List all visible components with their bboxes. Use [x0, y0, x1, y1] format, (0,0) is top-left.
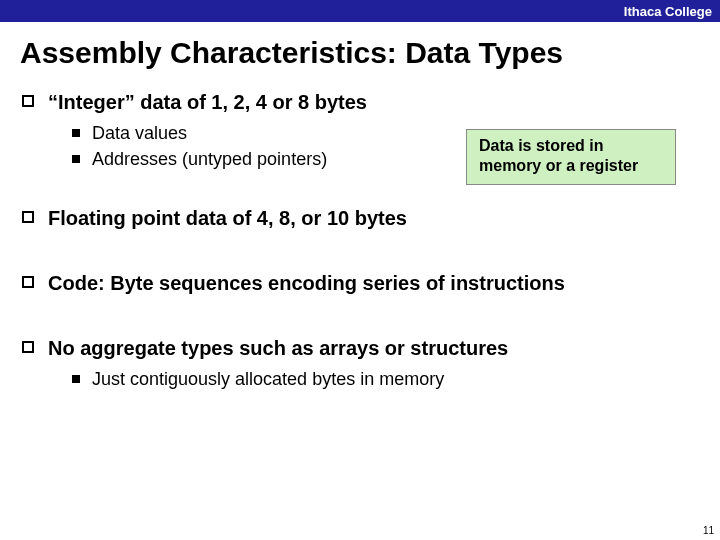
solid-square-icon [72, 155, 80, 163]
bullet-4-text: No aggregate types such as arrays or str… [48, 336, 508, 361]
bullet-1-sub-1-text: Data values [92, 121, 187, 145]
bullet-1: “Integer” data of 1, 2, 4 or 8 bytes [20, 90, 700, 115]
bullet-1-sub-wrap: Data values Addresses (untyped pointers)… [20, 121, 700, 172]
page-number: 11 [703, 525, 714, 536]
bullet-1-sub-2-text: Addresses (untyped pointers) [92, 147, 327, 171]
bullet-4-sublist: Just contiguously allocated bytes in mem… [72, 367, 700, 391]
hollow-square-icon [22, 341, 34, 353]
bullet-2-text: Floating point data of 4, 8, or 10 bytes [48, 206, 407, 231]
hollow-square-icon [22, 276, 34, 288]
solid-square-icon [72, 375, 80, 383]
slide-content: “Integer” data of 1, 2, 4 or 8 bytes Dat… [0, 90, 720, 391]
solid-square-icon [72, 129, 80, 137]
bullet-3: Code: Byte sequences encoding series of … [20, 271, 700, 296]
hollow-square-icon [22, 211, 34, 223]
callout-box: Data is stored in memory or a register [466, 129, 676, 185]
callout-text: Data is stored in memory or a register [479, 137, 638, 174]
header-bar: Ithaca College [0, 0, 720, 22]
bullet-4-sub-1: Just contiguously allocated bytes in mem… [72, 367, 700, 391]
bullet-4-sub-1-text: Just contiguously allocated bytes in mem… [92, 367, 444, 391]
bullet-3-text: Code: Byte sequences encoding series of … [48, 271, 565, 296]
hollow-square-icon [22, 95, 34, 107]
slide-title: Assembly Characteristics: Data Types [0, 22, 720, 80]
bullet-2: Floating point data of 4, 8, or 10 bytes [20, 206, 700, 231]
bullet-1-text: “Integer” data of 1, 2, 4 or 8 bytes [48, 90, 367, 115]
slide: Ithaca College Assembly Characteristics:… [0, 0, 720, 540]
bullet-4: No aggregate types such as arrays or str… [20, 336, 700, 361]
header-org: Ithaca College [624, 4, 712, 19]
